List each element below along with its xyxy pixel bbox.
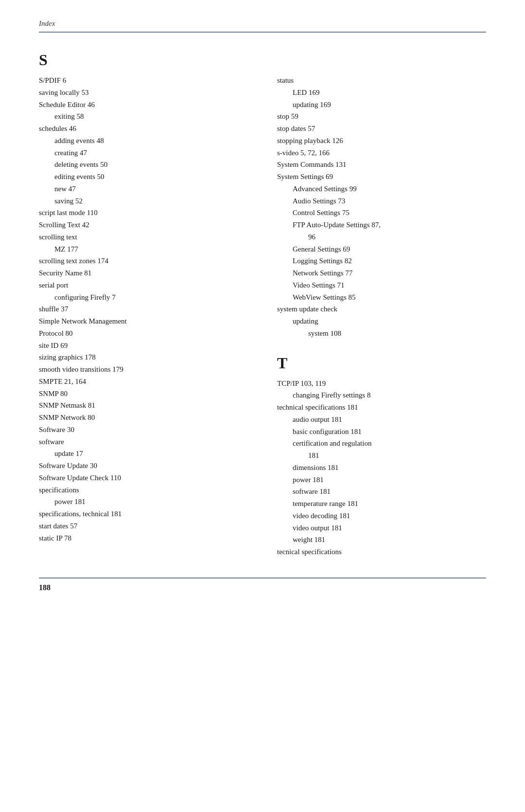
header-rule <box>39 32 486 33</box>
right-column: status LED 169 updating 169 stop 59 stop… <box>277 52 486 558</box>
page-header: Index <box>39 19 486 28</box>
left-column: S S/PDIF 6 saving locally 53 Schedule Ed… <box>39 52 248 558</box>
right-s-entries: status LED 169 updating 169 stop 59 stop… <box>277 74 486 340</box>
section-letter-s: S <box>39 52 248 68</box>
page-number: 188 <box>39 583 486 592</box>
section-letter-t: T <box>277 355 486 371</box>
entry-spdif: S/PDIF 6 saving locally 53 Schedule Edit… <box>39 74 248 544</box>
page: Index S S/PDIF 6 saving locally 53 Sched… <box>0 0 525 812</box>
t-entries: TCP/IP 103, 119 changing Firefly setting… <box>277 378 486 558</box>
content-columns: S S/PDIF 6 saving locally 53 Schedule Ed… <box>39 52 486 558</box>
footer-rule <box>39 577 486 578</box>
